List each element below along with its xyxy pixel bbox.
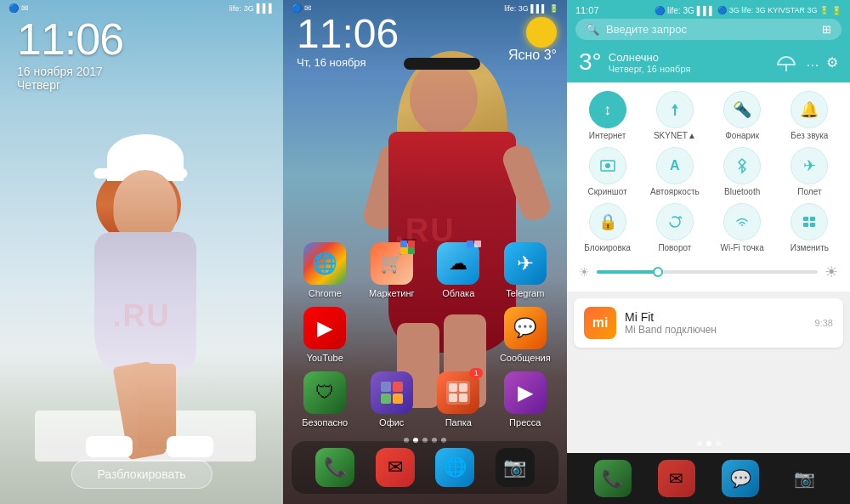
notif-dock-phone[interactable]: 📞 <box>594 460 632 497</box>
notif-dot-1 <box>697 441 702 446</box>
telegram-icon: ✈ <box>504 242 547 285</box>
app-telegram[interactable]: ✈ Telegram <box>496 242 555 298</box>
controls-row-2: Скриншот A Автояркость Bluetooth ✈ Полет <box>574 147 843 196</box>
mifit-notification[interactable]: mi Mi Fit Mi Band подключен 9:38 <box>574 298 843 348</box>
settings-icon[interactable]: ⚙ <box>826 54 838 71</box>
notif-weather-row: 3° Солнечно Четверг, 16 ноября … ⚙ <box>575 45 842 82</box>
notif-status-right: 🔵 life:3G ▌▌▌ 🔵 3G life: 3G KYIVSTAR 3G … <box>654 6 842 15</box>
weather-temp: 3° <box>544 48 557 62</box>
notif-dock-browser[interactable]: 💬 <box>722 460 759 497</box>
messages-label: Сообщения <box>500 353 551 363</box>
app-market[interactable]: 🛒 Маркетинг <box>362 242 422 298</box>
notif-time: 11:07 <box>575 5 599 15</box>
notif-dock-gmail[interactable]: ✉ <box>658 460 695 497</box>
more-icon <box>790 203 828 241</box>
folder-badge: 1 <box>469 368 483 378</box>
bluetooth-icon <box>723 147 761 184</box>
ctrl-silent[interactable]: 🔔 Без звука <box>784 91 835 140</box>
market-label: Маркетинг <box>369 288 414 298</box>
dock-gmail[interactable]: ✉ <box>376 448 415 487</box>
cloud-icon: ☁ <box>437 242 479 285</box>
hotspot-icon <box>723 203 761 241</box>
app-cloud[interactable]: ☁ Облака <box>428 242 488 298</box>
ctrl-bluetooth[interactable]: Bluetooth <box>717 147 768 196</box>
skynet-label: SKYNET▲ <box>654 131 696 140</box>
lock-time-display: 11:06 16 ноября 2017 Четверг <box>17 17 123 92</box>
lock-weekday: Четверг <box>17 78 123 92</box>
app-grid: 🌐 Chrome 🛒 Маркетинг <box>283 242 567 436</box>
notif-card-text: Mi Fit Mi Band подключен <box>625 310 807 336</box>
app-messages[interactable]: 💬 Сообщения <box>496 307 555 363</box>
notif-temp: 3° <box>579 48 602 76</box>
empty2-icon <box>437 307 479 349</box>
more-icon[interactable]: … <box>806 54 819 70</box>
ctrl-lock[interactable]: 🔒 Блокировка <box>582 203 633 252</box>
umbrella-icon <box>774 49 799 75</box>
ctrl-more[interactable]: Изменить <box>784 203 835 252</box>
notif-dock: 📞 ✉ 💬 📷 <box>567 453 850 504</box>
notif-dot-3 <box>716 441 721 446</box>
cloud-label: Облака <box>442 288 474 298</box>
svg-rect-8 <box>810 223 815 227</box>
auto-bright-icon: A <box>656 147 694 184</box>
svg-rect-0 <box>674 108 676 116</box>
notif-weather-desc-wrap: Солнечно Четверг, 16 ноября <box>609 51 691 74</box>
more-label: Изменить <box>790 243 829 252</box>
ctrl-skynet[interactable]: SKYNET▲ <box>649 91 700 140</box>
weather-condition: Ясно <box>508 48 540 62</box>
bluetooth-label: Bluetooth <box>724 187 760 196</box>
dock-phone[interactable]: 📞 <box>315 448 354 487</box>
svg-rect-6 <box>810 217 815 221</box>
youtube-label: YouTube <box>307 353 343 363</box>
ctrl-screenshot[interactable]: Скриншот <box>582 147 633 196</box>
notif-page-dots <box>697 441 721 446</box>
notif-controls: ↕ Интернет SKYNET▲ 🔦 Фонарик 🔔 Без звука <box>567 82 850 292</box>
notif-weather-left: 3° Солнечно Четверг, 16 ноября <box>579 48 690 76</box>
app-row-2: ▶ YouTube 💬 Сообщения <box>292 307 558 363</box>
flashlight-icon: 🔦 <box>723 91 761 128</box>
app-folder[interactable]: 1 Папка <box>428 371 488 428</box>
svg-rect-7 <box>803 223 808 227</box>
brightness-high-icon: ☀ <box>824 263 838 281</box>
weather-sun-icon <box>526 17 557 48</box>
silent-label: Без звука <box>790 131 828 140</box>
home-date: Чт, 16 ноября <box>297 56 399 69</box>
airplane-label: Полет <box>797 187 821 196</box>
brightness-slider[interactable] <box>597 270 818 274</box>
ctrl-hotspot[interactable]: Wi-Fi точка <box>717 203 768 252</box>
notif-dock-camera[interactable]: 📷 <box>785 460 823 497</box>
internet-label: Интернет <box>589 131 626 140</box>
dock-browser[interactable]: 🌐 <box>435 448 474 487</box>
ctrl-internet[interactable]: ↕ Интернет <box>582 91 633 140</box>
skynet-icon <box>656 91 694 128</box>
dock-camera[interactable]: 📷 <box>496 448 535 487</box>
home-time: 11:06 <box>297 14 399 54</box>
folder-label: Папка <box>445 417 472 428</box>
weather-widget: Ясно 3° <box>508 17 557 63</box>
lock-date: 16 ноября 2017 <box>17 65 123 78</box>
app-chrome[interactable]: 🌐 Chrome <box>295 242 354 298</box>
hotspot-label: Wi-Fi точка <box>720 243 763 252</box>
app-office[interactable]: Офис <box>362 371 422 428</box>
lock-icon: 🔒 <box>589 203 626 241</box>
notif-subtitle: Mi Band подключен <box>625 324 807 336</box>
silent-icon: 🔔 <box>790 91 828 128</box>
app-security[interactable]: 🛡 Безопасно <box>295 371 354 428</box>
app-youtube[interactable]: ▶ YouTube <box>295 307 354 363</box>
notif-search-bar[interactable]: 🔍 Введите запрос ⊞ <box>575 19 842 40</box>
notif-weather-icons: … ⚙ <box>774 49 838 75</box>
ctrl-auto-bright[interactable]: A Автояркость <box>649 147 700 196</box>
home-time-display: 11:06 Чт, 16 ноября <box>297 14 399 69</box>
ctrl-flashlight[interactable]: 🔦 Фонарик <box>717 91 768 140</box>
lock-label: Блокировка <box>584 243 631 252</box>
controls-row-1: ↕ Интернет SKYNET▲ 🔦 Фонарик 🔔 Без звука <box>574 91 843 140</box>
app-pressa[interactable]: ▶ Пресса <box>496 371 555 428</box>
lock-time: 11:06 <box>17 17 123 61</box>
weather-info: Ясно 3° <box>508 48 557 63</box>
ctrl-airplane[interactable]: ✈ Полет <box>784 147 835 196</box>
youtube-icon: ▶ <box>303 307 346 349</box>
ctrl-rotate[interactable]: Поворот <box>649 203 700 252</box>
unlock-button[interactable]: Разблокировать <box>71 460 212 489</box>
airplane-icon: ✈ <box>790 147 828 184</box>
pressa-icon: ▶ <box>504 371 547 414</box>
